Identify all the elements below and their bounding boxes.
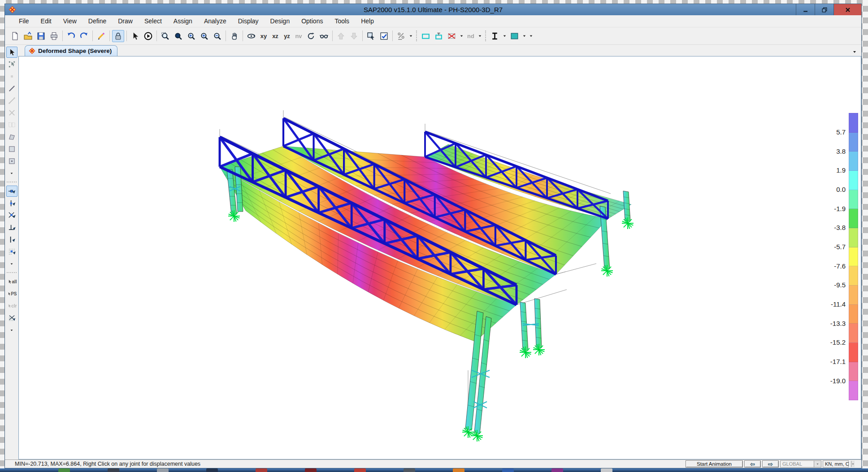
menu-draw[interactable]: Draw <box>112 16 139 26</box>
lock-model-button[interactable] <box>112 30 124 42</box>
draw-quick-frame-button[interactable] <box>6 95 17 106</box>
menu-file[interactable]: File <box>13 16 35 26</box>
undo-button[interactable] <box>65 30 77 42</box>
rotate-view-button[interactable] <box>305 30 317 42</box>
draw-poly-area-button[interactable] <box>6 131 17 143</box>
select-pointer-button[interactable] <box>6 47 17 58</box>
more-select-tools-caret[interactable] <box>6 325 17 336</box>
view-nd-button[interactable]: nd <box>465 30 476 42</box>
units-select[interactable]: KN, mm, C <box>823 460 849 468</box>
zoom-in-button[interactable] <box>198 30 210 42</box>
view-xz-button[interactable]: xz <box>270 30 281 42</box>
close-button[interactable] <box>833 4 861 15</box>
refresh-view-button[interactable] <box>95 30 107 42</box>
nd-menu-caret[interactable] <box>477 30 483 42</box>
rubber-band-zoom-button[interactable] <box>159 30 171 42</box>
more-design-caret[interactable] <box>528 30 534 42</box>
new-model-button[interactable] <box>9 30 21 42</box>
draw-braces-button[interactable] <box>6 107 17 118</box>
deformed-shape-menu-caret[interactable] <box>408 30 414 42</box>
previous-selection-button[interactable]: PS <box>6 288 17 299</box>
menu-tools[interactable]: Tools <box>329 16 355 26</box>
menu-edit[interactable]: Edit <box>35 16 57 26</box>
taskbar-app-icon[interactable] <box>551 468 563 472</box>
steel-design-caret[interactable] <box>502 30 508 42</box>
set-select-mode-button[interactable] <box>365 30 377 42</box>
taskbar-app-icon[interactable] <box>305 468 317 472</box>
snap-to-fine-grid-button[interactable] <box>6 246 17 257</box>
taskbar-app-icon[interactable] <box>354 468 366 472</box>
menu-view[interactable]: View <box>57 16 82 26</box>
move-up-in-list-button[interactable] <box>335 30 347 42</box>
section-designer-button[interactable] <box>433 30 445 42</box>
clear-selection-button[interactable]: clr <box>6 300 17 312</box>
restore-button[interactable] <box>815 4 833 15</box>
model-view-3d[interactable] <box>19 56 861 459</box>
save-model-button[interactable] <box>35 30 47 42</box>
menu-display[interactable]: Display <box>232 16 265 26</box>
taskbar-app-icon[interactable] <box>502 468 514 472</box>
view-xy-button[interactable]: xy <box>258 30 269 42</box>
taskbar-app-icon[interactable] <box>108 468 119 472</box>
taskbar-app-icon[interactable] <box>256 468 267 472</box>
taskbar-app-icon[interactable] <box>58 468 70 472</box>
draw-frame-button[interactable] <box>6 83 17 94</box>
redo-button[interactable] <box>78 30 90 42</box>
snap-to-intersections-button[interactable] <box>6 210 17 221</box>
concrete-design-caret[interactable] <box>521 30 527 42</box>
more-draw-tools-caret[interactable] <box>6 168 17 179</box>
tab-deformed-shape[interactable]: Deformed Shape (Severe) <box>25 45 117 56</box>
menu-define[interactable]: Define <box>82 16 112 26</box>
model-canvas[interactable]: 5.73.81.90.0-1.9-3.8-5.7-7.6-9.5-11.4-13… <box>18 56 861 459</box>
taskbar-app-icon[interactable] <box>601 468 612 472</box>
draw-joint-button[interactable] <box>6 71 17 82</box>
draw-frame-section-button[interactable] <box>420 30 432 42</box>
menu-assign[interactable]: Assign <box>168 16 198 26</box>
view-3d-button[interactable] <box>245 30 257 42</box>
draw-secondary-beams-button[interactable] <box>6 119 17 130</box>
view-yz-button[interactable]: yz <box>282 30 292 42</box>
bracing-menu-caret[interactable] <box>459 30 464 42</box>
reshape-object-button[interactable] <box>6 59 17 70</box>
tab-list-dropdown[interactable] <box>852 48 857 56</box>
snap-to-ends-midpoints-button[interactable] <box>6 198 17 209</box>
menu-help[interactable]: Help <box>355 16 380 26</box>
more-snap-tools-caret[interactable] <box>6 258 17 269</box>
menu-options[interactable]: Options <box>295 16 329 26</box>
taskbar-app-icon[interactable] <box>157 468 169 472</box>
perspective-toggle-button[interactable] <box>318 30 330 42</box>
zoom-out-button[interactable] <box>211 30 223 42</box>
move-down-in-list-button[interactable] <box>348 30 360 42</box>
snap-to-perpendicular-button[interactable] <box>6 222 17 233</box>
pointer-button[interactable] <box>129 30 141 42</box>
coordinate-system-select[interactable]: GLOBAL <box>780 460 821 468</box>
snap-to-joints-grid-button[interactable] <box>6 186 17 197</box>
previous-zoom-button[interactable] <box>185 30 197 42</box>
next-step-button[interactable]: ⇨ <box>762 460 779 468</box>
menu-analyze[interactable]: Analyze <box>198 16 232 26</box>
concrete-design-button[interactable] <box>508 30 521 42</box>
draw-quick-area-button[interactable] <box>6 156 17 167</box>
run-analysis-button[interactable] <box>142 30 154 42</box>
menu-design[interactable]: Design <box>265 16 296 26</box>
show-bracing-button[interactable] <box>446 30 458 42</box>
print-button[interactable] <box>48 30 60 42</box>
pan-button[interactable] <box>228 30 240 42</box>
view-nv-button[interactable]: nv <box>293 30 304 42</box>
menu-select[interactable]: Select <box>139 16 168 26</box>
steel-design-button[interactable] <box>489 30 501 42</box>
taskbar-app-icon[interactable] <box>404 468 415 472</box>
taskbar-app-icon[interactable] <box>453 468 464 472</box>
select-all-button[interactable]: all <box>6 276 17 287</box>
start-animation-button[interactable]: Start Animation <box>686 460 743 468</box>
previous-step-button[interactable]: ⇦ <box>744 460 761 468</box>
snap-settings-button[interactable] <box>6 312 17 324</box>
set-display-options-button[interactable] <box>378 30 390 42</box>
minimize-button[interactable] <box>796 4 815 15</box>
restore-full-view-button[interactable] <box>172 30 184 42</box>
open-model-button[interactable] <box>22 30 34 42</box>
taskbar-app-icon[interactable] <box>206 468 218 472</box>
snap-to-lines-button[interactable] <box>6 234 17 245</box>
draw-rectangular-area-button[interactable] <box>6 143 17 155</box>
show-deformed-shape-button[interactable] <box>395 30 407 42</box>
